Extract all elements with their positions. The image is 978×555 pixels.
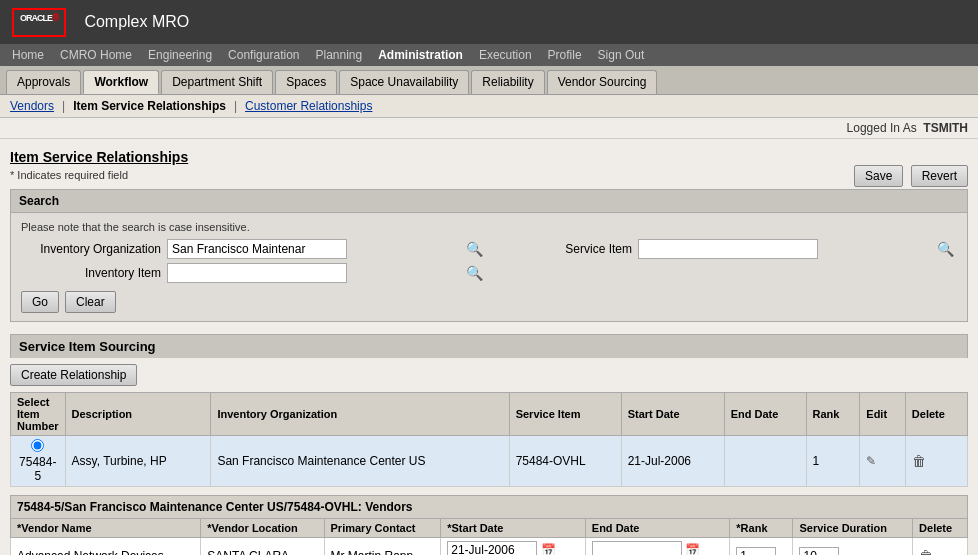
search-body: Please note that the search is case inse… [11, 213, 967, 321]
vendor-section: 75484-5/San Francisco Maintenance Center… [10, 495, 968, 555]
col-description: Description [65, 393, 211, 436]
vcol-primary-contact: Primary Contact [324, 519, 441, 538]
item-number-cell: 75484-5 [19, 455, 56, 483]
edit-icon[interactable]: ✎ [866, 454, 876, 468]
delete-cell[interactable]: 🗑 [905, 436, 967, 487]
table-row: Advanced Network Devices SANTA CLARA Mr … [11, 538, 968, 556]
page-title: Item Service Relationships [10, 149, 968, 165]
vendor-start-date-input[interactable] [447, 541, 537, 555]
tab-bar: Approvals Workflow Department Shift Spac… [0, 66, 978, 95]
search-grid: Inventory Organization 🔍 Service Item 🔍 … [21, 239, 957, 283]
tab-workflow[interactable]: Workflow [83, 70, 159, 94]
service-item-search-icon[interactable]: 🔍 [937, 241, 957, 257]
search-note: Please note that the search is case inse… [21, 221, 957, 233]
page-toolbar: Save Revert [854, 165, 968, 187]
edit-cell[interactable]: ✎ [860, 436, 906, 487]
go-button[interactable]: Go [21, 291, 59, 313]
col-edit: Edit [860, 393, 906, 436]
col-inventory-org: Inventory Organization [211, 393, 509, 436]
service-item-cell: 75484-OVHL [509, 436, 621, 487]
sub-nav: Vendors | Item Service Relationships | C… [0, 95, 978, 118]
end-date-calendar-icon[interactable]: 📅 [685, 543, 700, 555]
logged-in-label: Logged In As [847, 121, 917, 135]
main-content: Item Service Relationships * Indicates r… [0, 139, 978, 555]
vendor-end-date-input[interactable] [592, 541, 682, 555]
inventory-org-input[interactable] [167, 239, 347, 259]
create-rel-container: Create Relationship [10, 364, 968, 386]
vendor-rank-input[interactable] [736, 547, 776, 556]
start-date-calendar-icon[interactable]: 📅 [541, 543, 556, 555]
vcol-vendor-name: *Vendor Name [11, 519, 201, 538]
vendor-delete-icon[interactable]: 🗑 [919, 548, 933, 556]
vcol-rank: *Rank [730, 519, 793, 538]
subnav-customer-relationships[interactable]: Customer Relationships [245, 99, 372, 113]
tab-approvals[interactable]: Approvals [6, 70, 81, 94]
tab-space-unavailability[interactable]: Space Unavailability [339, 70, 469, 94]
tab-reliability[interactable]: Reliability [471, 70, 544, 94]
inventory-org-label: Inventory Organization [21, 242, 161, 256]
nav-engineering[interactable]: Engineering [148, 48, 212, 62]
nav-planning[interactable]: Planning [315, 48, 362, 62]
nav-administration[interactable]: Administration [378, 48, 463, 62]
col-start-date: Start Date [621, 393, 724, 436]
tab-vendor-sourcing[interactable]: Vendor Sourcing [547, 70, 658, 94]
vcol-vendor-location: *Vendor Location [201, 519, 324, 538]
vcol-delete: Delete [913, 519, 968, 538]
col-rank: Rank [806, 393, 860, 436]
select-radio-cell[interactable]: 75484-5 [11, 436, 66, 487]
vendor-start-date-cell: 📅 (example: 29-Jan-2007) [441, 538, 586, 556]
oracle-logo: ORACLE® [12, 8, 66, 37]
required-note: * Indicates required field [10, 169, 968, 181]
col-end-date: End Date [724, 393, 806, 436]
oracle-text: ORACLE [20, 13, 52, 23]
inventory-org-search-icon[interactable]: 🔍 [466, 241, 486, 257]
vendor-delete-cell[interactable]: 🗑 [913, 538, 968, 556]
app-title: Complex MRO [84, 13, 189, 31]
sourcing-title: Service Item Sourcing [10, 334, 968, 358]
col-delete: Delete [905, 393, 967, 436]
vendor-name-cell: Advanced Network Devices [11, 538, 201, 556]
description-cell: Assy, Turbine, HP [65, 436, 211, 487]
vcol-service-duration: Service Duration [793, 519, 913, 538]
subnav-item-service-relationships[interactable]: Item Service Relationships [73, 99, 226, 113]
create-relationship-button[interactable]: Create Relationship [10, 364, 137, 386]
search-header: Search [11, 190, 967, 213]
vendor-table-header: *Vendor Name *Vendor Location Primary Co… [11, 519, 968, 538]
inventory-item-search-icon[interactable]: 🔍 [466, 265, 486, 281]
tab-department-shift[interactable]: Department Shift [161, 70, 273, 94]
subnav-vendors[interactable]: Vendors [10, 99, 54, 113]
vcol-start-date: *Start Date [441, 519, 586, 538]
row-select-radio[interactable] [31, 439, 44, 452]
tab-spaces[interactable]: Spaces [275, 70, 337, 94]
delete-icon[interactable]: 🗑 [912, 453, 926, 469]
vendor-service-duration-input[interactable] [799, 547, 839, 556]
save-button[interactable]: Save [854, 165, 903, 187]
revert-button[interactable]: Revert [911, 165, 968, 187]
end-date-cell [724, 436, 806, 487]
nav-cmro-home[interactable]: CMRO Home [60, 48, 132, 62]
inventory-item-label: Inventory Item [21, 266, 161, 280]
primary-contact-cell: Mr Martin Rapp [324, 538, 441, 556]
vendor-section-title: 75484-5/San Francisco Maintenance Center… [10, 495, 968, 518]
service-item-input[interactable] [638, 239, 818, 259]
vendor-table: *Vendor Name *Vendor Location Primary Co… [10, 518, 968, 555]
vendor-service-duration-cell [793, 538, 913, 556]
logged-in-bar: Logged In As TSMITH [0, 118, 978, 139]
inv-org-cell: San Francisco Maintenance Center US [211, 436, 509, 487]
rank-cell: 1 [806, 436, 860, 487]
start-date-cell: 21-Jul-2006 [621, 436, 724, 487]
logged-in-user: TSMITH [923, 121, 968, 135]
col-service-item: Service Item [509, 393, 621, 436]
nav-configuration[interactable]: Configuration [228, 48, 299, 62]
inventory-item-input[interactable] [167, 263, 347, 283]
nav-home[interactable]: Home [12, 48, 44, 62]
nav-profile[interactable]: Profile [548, 48, 582, 62]
top-nav: Home CMRO Home Engineering Configuration… [0, 44, 978, 66]
service-item-label: Service Item [492, 242, 632, 256]
clear-button[interactable]: Clear [65, 291, 116, 313]
nav-execution[interactable]: Execution [479, 48, 532, 62]
vendor-end-date-cell: 📅 (example: 29-Jan-2007) [585, 538, 730, 556]
vendor-rank-cell [730, 538, 793, 556]
sourcing-table-header: Select Item Number Description Inventory… [11, 393, 968, 436]
nav-sign-out[interactable]: Sign Out [598, 48, 645, 62]
